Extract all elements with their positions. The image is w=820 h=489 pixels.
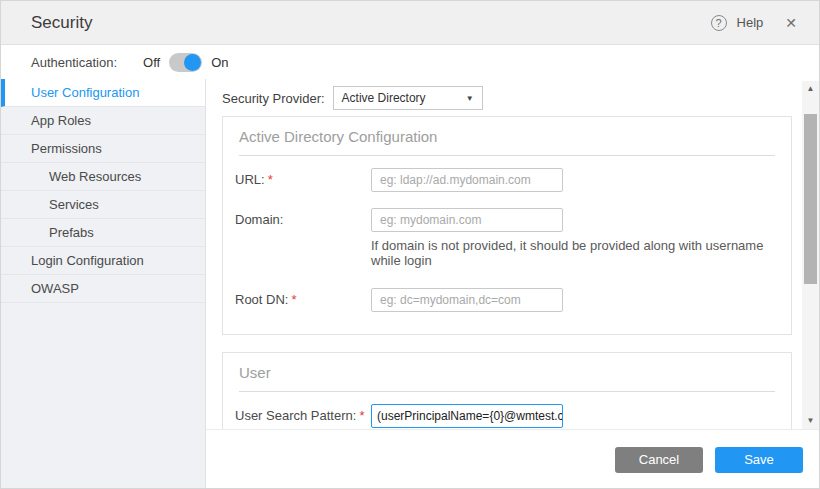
authentication-label: Authentication: xyxy=(31,55,117,70)
scroll-up-arrow-icon[interactable]: ▲ xyxy=(802,81,819,97)
sidebar-item-user-configuration[interactable]: User Configuration xyxy=(1,79,205,107)
scroll-down-arrow-icon[interactable]: ▼ xyxy=(802,413,819,429)
root-dn-label-text: Root DN: xyxy=(235,292,288,307)
url-input[interactable] xyxy=(371,168,563,192)
section-body: User Search Pattern:* (userPrincipalName… xyxy=(223,392,791,429)
domain-label-text: Domain: xyxy=(235,212,283,227)
toggle-on-label: On xyxy=(211,55,228,70)
dialog-body: User Configuration App Roles Permissions… xyxy=(1,79,819,489)
required-marker: * xyxy=(268,172,273,187)
scroll-viewport: Security Provider: Active Directory ▼ Ac… xyxy=(206,79,819,429)
section-title: User xyxy=(239,353,775,392)
root-dn-label: Root DN:* xyxy=(235,288,371,312)
domain-helper-text: If domain is not provided, it should be … xyxy=(371,238,791,268)
help-link[interactable]: Help xyxy=(737,15,764,30)
url-field-row: URL:* xyxy=(223,160,791,200)
chevron-down-icon: ▼ xyxy=(466,94,474,103)
domain-field-row: Domain: xyxy=(223,200,791,240)
page-title: Security xyxy=(31,13,92,33)
security-provider-row: Security Provider: Active Directory ▼ xyxy=(206,79,802,114)
authentication-toggle[interactable] xyxy=(169,53,202,72)
user-search-pattern-field-row: User Search Pattern:* (userPrincipalName… xyxy=(223,396,791,429)
save-button[interactable]: Save xyxy=(715,447,803,473)
toggle-knob xyxy=(184,54,201,71)
scrollbar-thumb[interactable] xyxy=(804,114,817,284)
sidebar-item-prefabs[interactable]: Prefabs xyxy=(1,219,205,247)
close-icon[interactable]: ✕ xyxy=(785,15,797,31)
security-provider-label: Security Provider: xyxy=(222,91,325,106)
url-label: URL:* xyxy=(235,168,371,192)
active-directory-configuration-section: Active Directory Configuration URL:* Dom… xyxy=(222,116,792,335)
user-section: User User Search Pattern:* (userPrincipa… xyxy=(222,352,792,429)
sidebar-item-app-roles[interactable]: App Roles xyxy=(1,107,205,135)
sidebar-item-owasp[interactable]: OWASP xyxy=(1,275,205,303)
security-provider-select[interactable]: Active Directory ▼ xyxy=(333,86,483,110)
sidebar-item-services[interactable]: Services xyxy=(1,191,205,219)
sidebar-item-login-configuration[interactable]: Login Configuration xyxy=(1,247,205,275)
root-dn-input[interactable] xyxy=(371,288,563,312)
security-provider-value: Active Directory xyxy=(342,91,426,105)
authentication-row: Authentication: Off On xyxy=(1,45,819,79)
user-search-pattern-input[interactable]: (userPrincipalName={0}@wmtest.com) xyxy=(371,404,563,428)
sidebar-item-permissions[interactable]: Permissions xyxy=(1,135,205,163)
vertical-scrollbar[interactable]: ▲ ▼ xyxy=(802,81,819,429)
main-panel: Security Provider: Active Directory ▼ Ac… xyxy=(206,79,819,489)
titlebar-actions: ? Help ✕ xyxy=(711,15,797,31)
sidebar-item-web-resources[interactable]: Web Resources xyxy=(1,163,205,191)
user-search-pattern-label-text: User Search Pattern: xyxy=(235,408,356,423)
domain-label: Domain: xyxy=(235,208,371,232)
domain-input[interactable] xyxy=(371,208,563,232)
required-marker: * xyxy=(359,408,364,423)
required-marker: * xyxy=(291,292,296,307)
url-label-text: URL: xyxy=(235,172,265,187)
titlebar: Security ? Help ✕ xyxy=(1,1,819,45)
footer-actions: Cancel Save xyxy=(206,429,819,489)
sidebar: User Configuration App Roles Permissions… xyxy=(1,79,206,489)
root-dn-field-row: Root DN:* xyxy=(223,280,791,320)
cancel-button[interactable]: Cancel xyxy=(615,447,703,473)
security-dialog: Security ? Help ✕ Authentication: Off On… xyxy=(0,0,820,489)
toggle-off-label: Off xyxy=(143,55,160,70)
section-title: Active Directory Configuration xyxy=(239,117,775,156)
section-body: URL:* Domain: If domain is not provided,… xyxy=(223,156,791,334)
user-search-pattern-label: User Search Pattern:* xyxy=(235,404,371,428)
help-icon[interactable]: ? xyxy=(711,15,727,31)
